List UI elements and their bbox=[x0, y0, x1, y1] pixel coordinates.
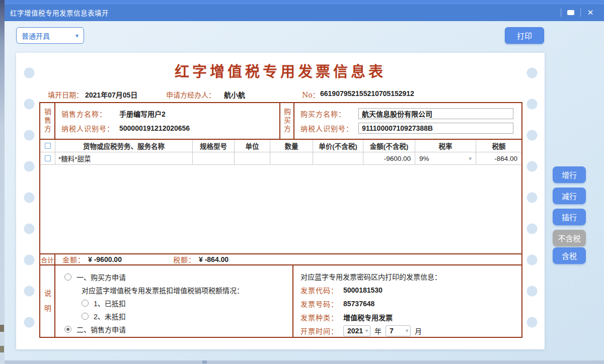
item-taxrate-value: 9% bbox=[419, 155, 429, 162]
total-amount-value: ¥ -9600.00 bbox=[88, 255, 122, 263]
item-qty-cell[interactable] bbox=[270, 152, 313, 164]
fill-date-value: 2021年07月05日 bbox=[85, 89, 137, 100]
radio-deducted[interactable]: 1、已抵扣 bbox=[82, 297, 292, 310]
radio-icon bbox=[64, 274, 71, 281]
chevron-down-icon: ▾ bbox=[76, 32, 79, 39]
col-header-goods: 货物或应税劳务、服务名称 bbox=[55, 140, 193, 152]
invoice-type-label: 发票种类： bbox=[300, 312, 343, 322]
select-all-checkbox[interactable] bbox=[45, 143, 51, 149]
invoice-time-label: 开票时间： bbox=[300, 326, 343, 336]
empty-rows-area bbox=[40, 165, 521, 253]
parties-section: 销售方 销售方名称： 手册编写用户2 纳税人识别号： 5000001912120… bbox=[40, 103, 521, 140]
seller-taxid-label: 纳税人识别号： bbox=[61, 123, 119, 133]
buyer-name-input[interactable] bbox=[358, 108, 513, 119]
item-taxrate-select[interactable]: 9% ▾ bbox=[415, 152, 476, 164]
total-tax-value: ¥ -864.00 bbox=[199, 255, 229, 263]
radio-seller-apply[interactable]: 二、销售方申请 bbox=[64, 323, 292, 336]
form-header-row: 填开日期： 2021年07月05日 申请方经办人： 航小航 No： 661907… bbox=[16, 89, 545, 100]
total-side-label: 合计 bbox=[40, 254, 55, 264]
col-header-taxrate: 税率 bbox=[415, 140, 476, 152]
item-amount-cell[interactable]: -9600.00 bbox=[363, 152, 415, 164]
titlebar: 红字增值税专用发票信息表填开 ✕ bbox=[5, 4, 604, 21]
radio-checked-icon bbox=[64, 326, 71, 333]
blue-invoice-info: 对应蓝字专用发票密码区内打印的发票信息： 发票代码： 5000181530 发票… bbox=[292, 265, 521, 337]
decorative-holes-left bbox=[24, 67, 35, 339]
total-amount-label: 金额： bbox=[62, 254, 85, 264]
restore-icon bbox=[567, 10, 574, 15]
invoice-type-value: 增值税专用发票 bbox=[343, 312, 393, 322]
invoice-form: 销售方 销售方名称： 手册编写用户2 纳税人识别号： 5000001912120… bbox=[39, 102, 522, 338]
seller-name-value: 手册编写用户2 bbox=[119, 109, 166, 119]
year-select[interactable]: 2021 ▾ bbox=[343, 325, 370, 336]
chevron-down-icon: ▾ bbox=[363, 328, 368, 333]
items-header-row: 货物或应税劳务、服务名称 规格型号 单位 数量 单价(不含税) 金额(不含税) … bbox=[40, 140, 521, 152]
issue-mode-value: 普通开具 bbox=[22, 31, 50, 41]
issue-mode-select[interactable]: 普通开具 ▾ bbox=[16, 27, 84, 44]
item-spec-cell[interactable] bbox=[193, 152, 235, 164]
buyer-taxid-input[interactable] bbox=[358, 123, 513, 134]
total-row: 合计 金额： ¥ -9600.00 税额： ¥ -864.00 bbox=[40, 253, 521, 265]
seller-side-label: 销售方 bbox=[40, 103, 55, 139]
buyer-name-label: 购买方名称： bbox=[300, 109, 358, 119]
form-title: 红字增值税专用发票信息表 bbox=[16, 60, 545, 81]
radio-icon bbox=[82, 300, 89, 307]
note-section: 说明 一、购买方申请 对应蓝字增值税专用发票抵扣增值税销项税额情况： 1、已抵扣… bbox=[40, 265, 521, 337]
invoice-number-label: 发票号码： bbox=[300, 299, 343, 309]
agent-value: 航小航 bbox=[224, 89, 245, 100]
radio-undeducted[interactable]: 2、未抵扣 bbox=[82, 310, 292, 323]
radio-icon bbox=[82, 313, 89, 320]
item-price-cell[interactable] bbox=[313, 152, 363, 164]
row-checkbox[interactable] bbox=[45, 155, 51, 161]
background-artifact bbox=[0, 346, 4, 352]
window-title: 红字增值税专用发票信息表填开 bbox=[10, 8, 109, 18]
invoice-code-label: 发票代码： bbox=[300, 285, 343, 295]
year-value: 2021 bbox=[347, 327, 363, 335]
month-value: 7 bbox=[390, 327, 394, 335]
restore-button[interactable] bbox=[561, 4, 580, 21]
month-select[interactable]: 7 ▾ bbox=[386, 325, 411, 336]
item-unit-cell[interactable] bbox=[235, 152, 270, 164]
chevron-down-icon: ▾ bbox=[469, 155, 472, 162]
buyer-info: 购买方名称： 纳税人识别号： bbox=[294, 103, 521, 139]
invoice-form-panel: 红字增值税专用发票信息表 填开日期： 2021年07月05日 申请方经办人： 航… bbox=[16, 53, 545, 349]
close-button[interactable]: ✕ bbox=[581, 4, 600, 21]
invoice-number-value: 85737648 bbox=[343, 300, 374, 308]
col-header-unit: 单位 bbox=[235, 140, 270, 152]
remove-row-button[interactable]: 减行 bbox=[553, 188, 586, 204]
incl-tax-button[interactable]: 含税 bbox=[553, 247, 586, 264]
apply-options: 一、购买方申请 对应蓝字增值税专用发票抵扣增值税销项税额情况： 1、已抵扣 2、… bbox=[55, 265, 292, 337]
print-button[interactable]: 打印 bbox=[505, 27, 544, 44]
buyer-taxid-label: 纳税人识别号： bbox=[300, 123, 358, 133]
deduction-note: 对应蓝字增值税专用发票抵扣增值税销项税额情况： bbox=[82, 284, 292, 297]
buyer-side-label: 购买方 bbox=[279, 103, 294, 139]
insert-row-button[interactable]: 插行 bbox=[553, 209, 586, 225]
form-no-label: No： bbox=[302, 89, 320, 100]
col-header-price: 单价(不含税) bbox=[313, 140, 363, 152]
col-header-tax: 税额 bbox=[476, 140, 521, 152]
window-top-strip bbox=[5, 0, 604, 4]
background-artifact bbox=[202, 360, 207, 363]
item-name-cell[interactable]: *糖料*甜菜 bbox=[55, 152, 193, 164]
col-header-qty: 数量 bbox=[270, 140, 313, 152]
window-bottom-edge bbox=[5, 360, 604, 364]
items-table: 货物或应税劳务、服务名称 规格型号 单位 数量 单价(不含税) 金额(不含税) … bbox=[40, 140, 521, 253]
blue-invoice-title: 对应蓝字专用发票密码区内打印的发票信息： bbox=[300, 270, 521, 283]
item-tax-cell[interactable]: -864.00 bbox=[476, 152, 521, 164]
invoice-code-value: 5000181530 bbox=[343, 286, 383, 294]
radio-buyer-apply[interactable]: 一、购买方申请 bbox=[64, 270, 292, 284]
close-icon: ✕ bbox=[587, 8, 594, 17]
form-no-value: 661907952155210705152912 bbox=[320, 89, 414, 98]
add-row-button[interactable]: 增行 bbox=[553, 166, 586, 183]
background-edge bbox=[0, 0, 5, 364]
seller-taxid-value: 500000191212020656 bbox=[119, 124, 190, 132]
background-artifact bbox=[0, 325, 4, 332]
year-unit: 年 bbox=[374, 326, 382, 336]
decorative-holes-right bbox=[526, 67, 538, 339]
seller-info: 销售方名称： 手册编写用户2 纳税人识别号： 50000019121202065… bbox=[55, 103, 279, 139]
month-unit: 月 bbox=[415, 326, 422, 336]
excl-tax-button[interactable]: 不含税 bbox=[553, 230, 586, 246]
seller-name-label: 销售方名称： bbox=[61, 109, 119, 119]
window-controls: ✕ bbox=[561, 4, 600, 21]
row-action-buttons: 增行 减行 插行 不含税 含税 bbox=[553, 166, 586, 264]
app-window: 红字增值税专用发票信息表填开 ✕ 普通开具 ▾ 打印 红字增值税专用发票信息表 … bbox=[0, 0, 604, 364]
